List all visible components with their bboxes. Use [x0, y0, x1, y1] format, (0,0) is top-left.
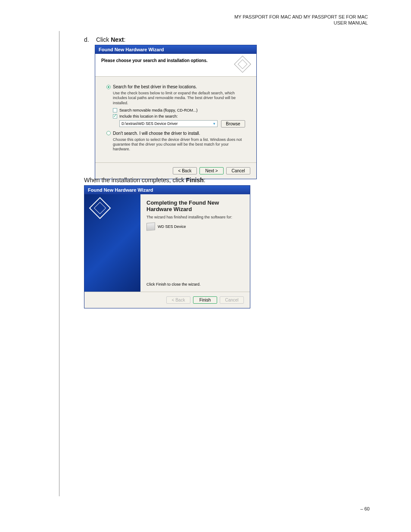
path-value: D:\extras\WD SES Device Driver [121, 121, 178, 126]
back-button[interactable]: < Back [173, 167, 197, 174]
check-include-location[interactable]: Include this location in the search: [113, 114, 245, 118]
step-suffix: : [124, 36, 125, 43]
dialog1-header: Please choose your search and installati… [95, 54, 256, 77]
dialog2-titlebar: Found New Hardware Wizard [84, 186, 250, 194]
step-d: d. Click Next: [84, 36, 125, 43]
wizard-dialog-complete: Found New Hardware Wizard Completing the… [84, 185, 250, 308]
instr2-prefix: When the installation completes, click [84, 177, 186, 184]
radio2-label: Don't search. I will choose the driver t… [113, 131, 200, 136]
dialog2-body: Completing the Found New Hardware Wizard… [84, 194, 250, 292]
cancel-button[interactable]: Cancel [226, 167, 250, 174]
device-name: WD SES Device [158, 224, 186, 229]
wizard-sidebar [84, 194, 140, 292]
instruction-finish: When the installation completes, click F… [84, 177, 206, 184]
header-line-2: USER MANUAL [234, 20, 368, 26]
dialog1-body: Search for the best driver in these loca… [95, 77, 256, 162]
header-line-1: MY PASSPORT FOR MAC AND MY PASSPORT SE F… [234, 14, 368, 20]
check-removable-media[interactable]: Search removable media (floppy, CD-ROM..… [113, 108, 245, 112]
driver-path-input[interactable]: D:\extras\WD SES Device Driver ▾ [119, 120, 218, 127]
dialog1-titlebar: Found New Hardware Wizard [95, 45, 256, 54]
instr2-bold: Finish [186, 177, 204, 184]
dialog2-close-text: Click Finish to close the wizard. [146, 282, 244, 286]
dialog2-heading: Completing the Found New Hardware Wizard [146, 199, 244, 212]
content-left-rule [59, 31, 59, 496]
checkbox-icon [113, 108, 117, 112]
check1-label: Search removable media (floppy, CD-ROM..… [119, 108, 197, 112]
checkbox-icon [113, 114, 117, 118]
device-row: WD SES Device [146, 223, 244, 230]
page-header: MY PASSPORT FOR MAC AND MY PASSPORT SE F… [234, 14, 368, 26]
cancel-button: Cancel [220, 296, 244, 304]
wizard-dialog-search: Found New Hardware Wizard Please choose … [95, 45, 257, 179]
finish-button[interactable]: Finish [193, 296, 217, 304]
browse-button[interactable]: Browse [221, 120, 245, 128]
hardware-icon [89, 197, 111, 219]
dialog1-subtitle: Please choose your search and installati… [101, 58, 208, 63]
page-number: – 60 [361, 506, 370, 511]
radio-icon [106, 131, 111, 135]
chevron-down-icon[interactable]: ▾ [213, 121, 215, 126]
radio-search-best[interactable]: Search for the best driver in these loca… [106, 84, 245, 89]
check2-label: Include this location in the search: [119, 114, 178, 118]
help2: Choose this option to select the device … [113, 137, 245, 152]
next-button[interactable]: Next > [199, 167, 224, 174]
radio-dont-search[interactable]: Don't search. I will choose the driver t… [106, 131, 245, 136]
dialog2-right: Completing the Found New Hardware Wizard… [140, 194, 250, 292]
back-button: < Back [166, 296, 190, 304]
step-marker: d. [84, 36, 94, 43]
step-prefix: Click [96, 36, 111, 43]
instr2-suffix: : [204, 177, 206, 184]
dialog2-buttons: < Back Finish Cancel [84, 292, 250, 308]
radio-icon [106, 85, 111, 89]
dialog1-buttons: < Back Next > Cancel [95, 162, 256, 179]
path-row: D:\extras\WD SES Device Driver ▾ Browse [119, 120, 245, 128]
step-bold: Next [111, 36, 124, 43]
radio1-label: Search for the best driver in these loca… [113, 84, 197, 89]
help1: Use the check boxes below to limit or ex… [113, 91, 245, 106]
dialog2-sub: The wizard has finished installing the s… [146, 215, 244, 219]
device-icon [146, 222, 155, 230]
hardware-icon [234, 56, 251, 73]
